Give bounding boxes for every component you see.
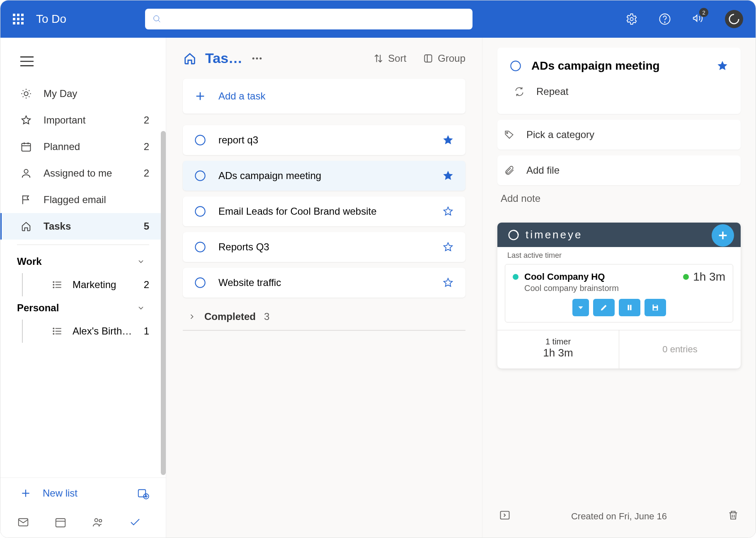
svg-point-45 <box>99 519 102 522</box>
svg-line-1 <box>158 20 160 22</box>
sidebar-item-my-day[interactable]: My Day <box>0 80 166 107</box>
svg-rect-69 <box>654 308 657 310</box>
detail-title[interactable]: ADs campaign meeting <box>531 59 707 73</box>
sidebar-item-label: My Day <box>44 88 77 99</box>
star-toggle[interactable] <box>442 170 454 182</box>
svg-point-60 <box>511 61 520 70</box>
timeneye-timers-summary[interactable]: 1 timer 1h 3m <box>497 330 619 368</box>
star-toggle[interactable] <box>442 241 454 253</box>
sidebar-list-alex-birthday[interactable]: Alex's Birth… 1 <box>22 320 166 343</box>
account-avatar[interactable] <box>725 10 743 28</box>
more-options-icon[interactable] <box>251 52 263 65</box>
svg-point-44 <box>95 519 98 522</box>
help-icon[interactable] <box>659 13 671 25</box>
add-note-field[interactable]: Add note <box>497 191 741 217</box>
completed-section-toggle[interactable]: Completed 3 <box>183 303 465 330</box>
timeneye-timer-card[interactable]: Cool Company HQ 1h 3m Cool company brain… <box>505 264 733 322</box>
svg-point-48 <box>259 57 262 59</box>
svg-rect-67 <box>630 305 631 310</box>
star-toggle[interactable] <box>717 60 728 72</box>
svg-rect-51 <box>425 55 432 62</box>
new-group-icon[interactable] <box>137 487 149 499</box>
sidebar-item-tasks[interactable]: Tasks 5 <box>0 213 166 240</box>
scrollbar-thumb[interactable] <box>161 131 166 475</box>
star-toggle[interactable] <box>442 134 454 146</box>
timeneye-entries-summary[interactable]: 0 entries <box>619 330 741 368</box>
complete-checkbox[interactable] <box>194 206 206 217</box>
add-task-input[interactable]: Add a task <box>183 79 465 114</box>
svg-rect-42 <box>56 519 65 527</box>
chevron-down-icon <box>137 257 145 266</box>
sidebar-item-important[interactable]: Important 2 <box>0 107 166 133</box>
svg-point-47 <box>256 57 258 59</box>
menu-toggle[interactable] <box>0 46 166 80</box>
task-card[interactable]: Website traffic <box>183 268 465 298</box>
task-card[interactable]: report q3 <box>183 125 465 155</box>
add-file-option[interactable]: Add file <box>497 155 741 185</box>
repeat-icon <box>514 86 525 97</box>
task-card[interactable]: Email Leads for Cool Brand website <box>183 196 465 226</box>
timeneye-edit-button[interactable] <box>593 299 615 316</box>
flag-icon <box>20 194 32 206</box>
app-launcher-icon[interactable] <box>13 14 24 24</box>
sidebar-item-flagged[interactable]: Flagged email <box>0 187 166 213</box>
complete-checkbox[interactable] <box>510 60 521 72</box>
complete-checkbox[interactable] <box>194 277 206 288</box>
divider <box>17 245 149 245</box>
search-input[interactable] <box>167 15 465 24</box>
task-card[interactable]: Reports Q3 <box>183 232 465 262</box>
delete-task-button[interactable] <box>727 509 739 523</box>
todo-icon[interactable] <box>129 516 141 530</box>
star-toggle[interactable] <box>442 206 454 217</box>
mail-icon[interactable] <box>17 516 29 530</box>
svg-rect-66 <box>628 305 629 310</box>
sidebar-list-marketing[interactable]: Marketing 2 <box>22 273 166 296</box>
megaphone-button[interactable]: 2 <box>692 12 704 26</box>
star-toggle[interactable] <box>442 277 454 288</box>
new-list-button[interactable]: New list <box>0 478 166 509</box>
sidebar-item-planned[interactable]: Planned 2 <box>0 133 166 160</box>
timeneye-add-button[interactable] <box>712 224 734 247</box>
task-card[interactable]: ADs campaign meeting <box>183 161 465 191</box>
complete-checkbox[interactable] <box>194 134 206 146</box>
list-title[interactable]: Tas… <box>205 50 242 66</box>
svg-point-8 <box>24 92 28 95</box>
sidebar-group-personal[interactable]: Personal <box>0 296 166 320</box>
svg-line-13 <box>23 90 24 91</box>
sidebar-item-assigned[interactable]: Assigned to me 2 <box>0 160 166 187</box>
divider <box>183 330 465 331</box>
people-icon[interactable] <box>92 516 104 530</box>
chevron-down-icon <box>137 304 145 312</box>
svg-point-21 <box>24 170 28 173</box>
timeneye-pause-button[interactable] <box>619 299 640 316</box>
group-button[interactable]: Group <box>423 53 465 64</box>
plus-icon <box>20 488 31 499</box>
app-title: To Do <box>36 12 66 26</box>
svg-point-61 <box>506 132 508 133</box>
svg-point-26 <box>53 281 54 282</box>
complete-checkbox[interactable] <box>194 241 206 253</box>
svg-line-14 <box>29 96 29 97</box>
calendar-icon[interactable] <box>54 516 67 530</box>
sidebar-item-label: Assigned to me <box>44 167 112 179</box>
home-icon <box>183 51 197 65</box>
timeneye-dropdown-button[interactable] <box>572 299 589 316</box>
sort-button[interactable]: Sort <box>373 53 406 64</box>
plus-icon <box>194 90 206 102</box>
category-option[interactable]: Pick a category <box>497 120 741 150</box>
timeneye-save-button[interactable] <box>645 299 666 316</box>
group-icon <box>423 53 434 64</box>
repeat-option[interactable]: Repeat <box>507 77 731 107</box>
created-date: Created on Fri, June 16 <box>571 511 667 522</box>
svg-point-32 <box>53 328 54 329</box>
gear-icon[interactable] <box>625 13 638 25</box>
svg-rect-17 <box>22 143 31 151</box>
running-indicator-dot <box>683 274 689 280</box>
timeneye-widget: timeneye Last active timer Cool Company … <box>497 223 741 368</box>
complete-checkbox[interactable] <box>194 170 206 182</box>
hide-detail-button[interactable] <box>499 509 511 523</box>
search-box[interactable] <box>145 9 472 29</box>
sidebar: My Day Important 2 Planned 2 Assigned to… <box>0 38 166 538</box>
sidebar-group-work[interactable]: Work <box>0 250 166 273</box>
svg-rect-37 <box>138 490 146 497</box>
